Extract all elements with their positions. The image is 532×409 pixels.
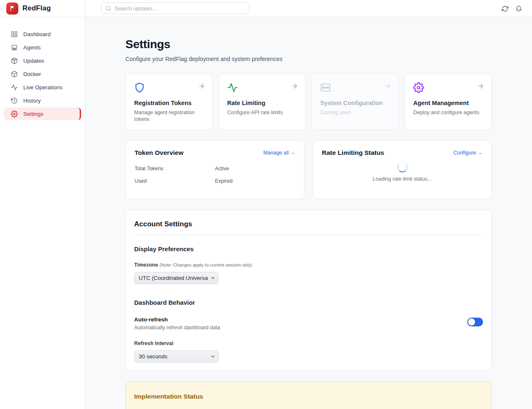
timezone-select-wrap: UTC (Coordinated Universal T [134, 272, 218, 284]
card-title: Rate Limiting [227, 100, 297, 106]
sidebar: RedFlag Dashboard Agents Updates Docker … [0, 0, 85, 409]
sidebar-item-updates[interactable]: Updates [4, 54, 81, 67]
arrow-right-icon [477, 83, 484, 90]
timezone-note: (Note: Changes apply to current session … [159, 262, 252, 267]
arrow-right-icon [384, 83, 391, 90]
sidebar-item-label: Live Operations [23, 84, 63, 91]
sidebar-item-history[interactable]: History [4, 94, 81, 107]
card-rate-limiting[interactable]: Rate Limiting Configure API rate limits [218, 73, 306, 130]
bell-icon[interactable] [515, 5, 522, 12]
grid-icon [11, 31, 18, 38]
gear-icon [11, 110, 18, 118]
arrow-right-icon [198, 83, 205, 90]
redflag-logo [6, 2, 18, 15]
card-system-configuration: System Configuration Coming soon [311, 73, 399, 130]
topbar [85, 0, 532, 17]
account-settings-title: Account Settings [134, 220, 483, 235]
search-box[interactable] [101, 2, 250, 14]
main-content: Settings Configure your RedFlag deployme… [85, 17, 532, 409]
rate-limiting-status-panel: Rate Limiting Status Configure → Loading… [313, 140, 492, 199]
toggle-knob [468, 318, 475, 326]
manage-all-link[interactable]: Manage all → [263, 150, 295, 156]
brand: RedFlag [0, 0, 85, 17]
server-icon [320, 82, 331, 93]
stat-total-tokens: Total Tokens [135, 166, 215, 171]
agents-icon [11, 44, 18, 51]
token-overview-panel: Token Overview Manage all → Total Tokens… [125, 140, 304, 199]
loading-text: Loading rate limit status... [373, 176, 431, 182]
card-desc: Deploy and configure agents [413, 109, 483, 116]
display-preferences-title: Display Preferences [134, 245, 483, 252]
card-title: Registration Tokens [134, 100, 204, 106]
sidebar-item-agents[interactable]: Agents [4, 41, 81, 54]
arrow-right-icon [291, 83, 298, 90]
sidebar-item-label: Settings [23, 111, 44, 117]
rate-limiting-status-title: Rate Limiting Status [322, 149, 384, 157]
refresh-interval-select[interactable]: 30 seconds [134, 350, 218, 362]
dashboard-behavior-section: Dashboard Behavior Auto-refresh Automati… [134, 299, 483, 362]
display-preferences-section: Display Preferences Timezone (Note: Chan… [134, 245, 483, 284]
implementation-status-panel: Implementation Status Implemented Featur… [125, 381, 492, 409]
sidebar-item-label: History [23, 98, 41, 104]
sidebar-item-label: Docker [23, 71, 41, 77]
sidebar-item-dashboard[interactable]: Dashboard [4, 28, 81, 40]
spinner-icon [397, 162, 407, 172]
sidebar-item-label: Agents [23, 44, 41, 51]
history-icon [11, 97, 18, 104]
card-title: Agent Management [413, 100, 483, 106]
gear-icon [413, 82, 424, 93]
activity-icon [11, 84, 18, 91]
implementation-status-title: Implementation Status [134, 393, 483, 400]
auto-refresh-label: Auto-refresh [134, 316, 220, 323]
sidebar-item-label: Updates [23, 58, 44, 64]
card-agent-management[interactable]: Agent Management Deploy and configure ag… [405, 73, 492, 130]
sidebar-item-live-operations[interactable]: Live Operations [4, 81, 81, 93]
timezone-select[interactable]: UTC (Coordinated Universal T [134, 272, 218, 284]
configure-link[interactable]: Configure → [454, 150, 483, 156]
stat-used: Used [135, 178, 215, 184]
sidebar-item-docker[interactable]: Docker [4, 68, 81, 80]
overview-panels: Token Overview Manage all → Total Tokens… [125, 140, 492, 199]
auto-refresh-toggle[interactable] [467, 318, 483, 326]
settings-cards: Registration Tokens Manage agent registr… [125, 73, 492, 130]
card-desc: Configure API rate limits [227, 109, 297, 116]
page-subtitle: Configure your RedFlag deployment and sy… [125, 56, 492, 62]
flag-icon [9, 5, 16, 12]
sidebar-item-settings[interactable]: Settings [4, 108, 81, 120]
box-icon [11, 71, 18, 78]
timezone-label: Timezone [134, 262, 158, 268]
loading-indicator: Loading rate limit status... [322, 162, 483, 182]
card-desc: Coming soon [320, 109, 390, 116]
refresh-interval-select-wrap: 30 seconds [134, 350, 218, 362]
stat-active: Active [215, 166, 296, 171]
dashboard-behavior-title: Dashboard Behavior [134, 299, 483, 306]
stat-expired: Expired [215, 178, 296, 184]
package-icon [11, 57, 18, 64]
card-desc: Manage agent registration tokens [134, 109, 204, 123]
page-title: Settings [125, 38, 492, 51]
search-icon [105, 5, 111, 11]
token-stats: Total Tokens Active Used Expired [135, 166, 295, 184]
auto-refresh-desc: Automatically refresh dashboard data [134, 325, 220, 331]
brand-name: RedFlag [22, 4, 51, 12]
sidebar-nav: Dashboard Agents Updates Docker Live Ope… [0, 17, 85, 120]
refresh-icon[interactable] [502, 5, 508, 12]
search-input[interactable] [115, 5, 245, 12]
shield-icon [134, 82, 145, 93]
card-registration-tokens[interactable]: Registration Tokens Manage agent registr… [125, 73, 213, 130]
card-title: System Configuration [320, 100, 390, 106]
account-settings-panel: Account Settings Display Preferences Tim… [125, 210, 492, 371]
refresh-interval-label: Refresh Interval [134, 340, 483, 346]
sidebar-item-label: Dashboard [23, 31, 51, 37]
token-overview-title: Token Overview [135, 149, 184, 157]
activity-icon [227, 82, 238, 93]
topbar-actions [502, 0, 522, 17]
